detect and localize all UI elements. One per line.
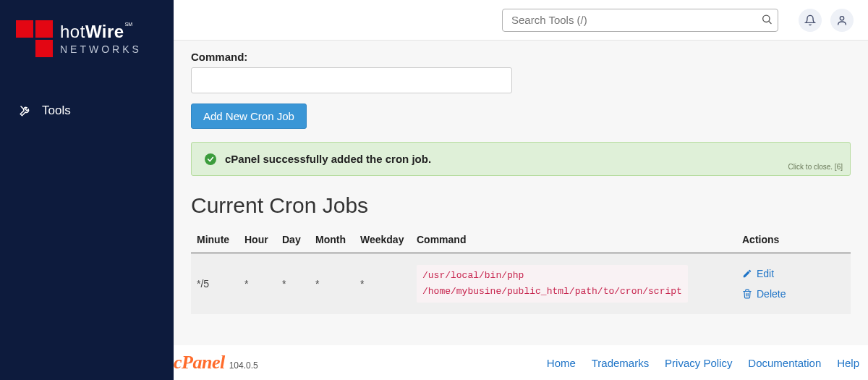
footer-links: Home Trademarks Privacy Policy Documenta… <box>534 357 859 369</box>
sidebar: hotWireSM NETWORKS Tools <box>0 0 174 380</box>
alert-message: cPanel successfully added the cron job. <box>225 153 431 165</box>
cell-day: * <box>276 253 310 315</box>
column-actions: Actions <box>736 228 851 253</box>
column-month: Month <box>310 228 354 253</box>
notifications-button[interactable] <box>799 9 822 32</box>
section-title: Current Cron Jobs <box>191 193 851 218</box>
sidebar-nav: Tools <box>0 96 174 125</box>
search-icon[interactable] <box>761 13 773 27</box>
tools-icon <box>19 104 32 117</box>
topbar <box>174 0 868 41</box>
main-content: Command: Add New Cron Job cPanel success… <box>174 41 868 380</box>
column-hour: Hour <box>239 228 276 253</box>
search-input[interactable] <box>502 9 778 32</box>
brand-name: hotWireSM <box>60 23 142 41</box>
cell-minute: */5 <box>191 253 239 315</box>
footer-link-help[interactable]: Help <box>837 357 859 369</box>
column-minute: Minute <box>191 228 239 253</box>
search-wrap <box>502 9 778 32</box>
footer: cPanel 104.0.5 Home Trademarks Privacy P… <box>174 345 868 380</box>
table-row: */5 * * * * /usr/local/bin/php /home/myb… <box>191 253 851 315</box>
add-cron-job-button[interactable]: Add New Cron Job <box>191 104 307 129</box>
sidebar-item-label: Tools <box>42 104 71 118</box>
svg-line-0 <box>21 106 24 109</box>
success-alert[interactable]: cPanel successfully added the cron job. … <box>191 142 851 176</box>
edit-link[interactable]: Edit <box>742 268 845 279</box>
footer-link-home[interactable]: Home <box>547 357 576 369</box>
command-label: Command: <box>191 51 851 63</box>
cell-hour: * <box>239 253 276 315</box>
command-input[interactable] <box>191 67 512 93</box>
column-weekday: Weekday <box>354 228 411 253</box>
command-text: /usr/local/bin/php /home/mybusine/public… <box>417 265 688 303</box>
cell-command: /usr/local/bin/php /home/mybusine/public… <box>411 253 736 315</box>
svg-point-3 <box>840 16 843 20</box>
cpanel-version: 104.0.5 <box>229 360 258 371</box>
cell-weekday: * <box>354 253 411 315</box>
cell-month: * <box>310 253 354 315</box>
account-button[interactable] <box>830 9 854 32</box>
cron-jobs-table: Minute Hour Day Month Weekday Command Ac… <box>191 228 851 314</box>
column-command: Command <box>411 228 736 253</box>
footer-link-privacy[interactable]: Privacy Policy <box>665 357 732 369</box>
pencil-icon <box>742 269 752 279</box>
delete-link[interactable]: Delete <box>742 288 845 300</box>
alert-close-hint: Click to close. [6] <box>788 163 843 171</box>
cpanel-logo: cPanel <box>174 352 225 373</box>
logo-icon <box>16 20 53 57</box>
brand-logo: hotWireSM NETWORKS <box>0 0 174 77</box>
svg-point-1 <box>763 15 770 22</box>
trash-icon <box>742 289 752 299</box>
brand-subline: NETWORKS <box>60 43 142 55</box>
footer-link-docs[interactable]: Documentation <box>748 357 821 369</box>
bell-icon <box>804 14 816 26</box>
column-day: Day <box>276 228 310 253</box>
cell-actions: Edit Delete <box>736 253 851 315</box>
footer-link-trademarks[interactable]: Trademarks <box>592 357 649 369</box>
check-icon <box>205 153 216 165</box>
svg-line-2 <box>769 21 771 23</box>
user-icon <box>836 14 848 26</box>
sidebar-item-tools[interactable]: Tools <box>0 96 174 125</box>
